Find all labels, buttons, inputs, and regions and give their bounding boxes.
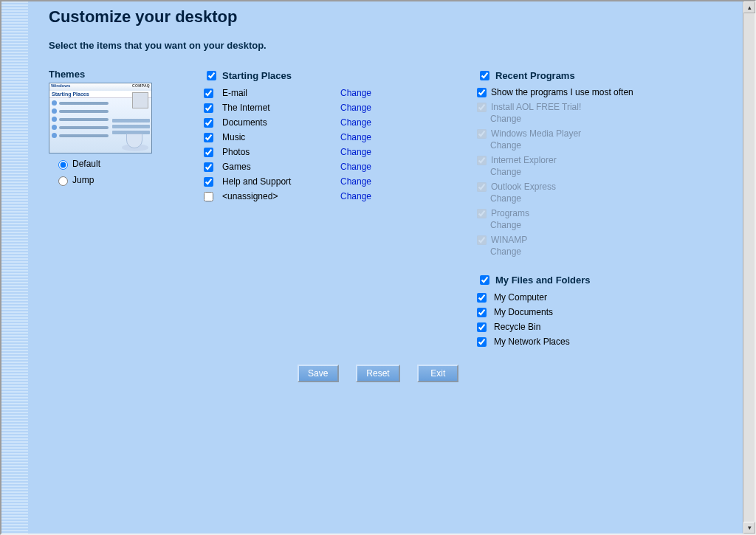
files-item-checkbox[interactable] (477, 293, 487, 303)
recent-program-label: Outlook Express (491, 182, 556, 192)
files-item-label: My Documents (494, 307, 553, 317)
show-most-used-label: Show the programs I use most often (491, 87, 633, 97)
change-link[interactable]: Change (340, 88, 371, 98)
files-item: Recycle Bin (477, 320, 740, 334)
save-button[interactable]: Save (298, 365, 339, 382)
exit-button[interactable]: Exit (417, 365, 458, 382)
starting-place-checkbox[interactable] (204, 103, 213, 113)
recent-program-label: Programs (491, 208, 529, 218)
decorative-stripe (1, 1, 28, 534)
starting-place-item: E-mailChange (204, 86, 447, 100)
starting-place-item: DocumentsChange (204, 115, 447, 130)
starting-place-checkbox[interactable] (204, 192, 213, 201)
files-item-label: My Network Places (494, 336, 570, 347)
starting-place-checkbox[interactable] (204, 133, 213, 142)
reset-button[interactable]: Reset (356, 365, 399, 382)
vertical-scrollbar[interactable]: ▴ ▾ (743, 1, 755, 534)
recent-program-label: Windows Media Player (491, 128, 581, 139)
starting-places-heading: Starting Places (222, 70, 292, 81)
starting-place-checkbox[interactable] (204, 162, 213, 172)
files-item-label: My Computer (494, 292, 547, 303)
starting-place-checkbox[interactable] (204, 177, 213, 187)
themes-heading: Themes (49, 69, 174, 80)
change-link: Change (490, 220, 740, 232)
files-folders-master-checkbox[interactable] (480, 275, 489, 285)
recent-program-item: Internet ExplorerChange (477, 153, 740, 179)
files-item: My Computer (477, 290, 740, 305)
theme-option: Jump (55, 174, 174, 186)
starting-place-item: Help and SupportChange (204, 174, 447, 189)
scroll-up-button[interactable]: ▴ (743, 1, 755, 13)
starting-place-label: Documents (222, 117, 340, 128)
starting-place-label: <unassigned> (222, 191, 340, 201)
recent-program-label: Install AOL FREE Trial! (491, 102, 581, 112)
thumb-brand-left: Windows (51, 83, 70, 88)
thumb-brand-right: COMPAQ (132, 83, 150, 88)
recent-program-item: Windows Media PlayerChange (477, 127, 740, 152)
show-most-used-checkbox[interactable] (477, 88, 487, 97)
recent-programs-master-checkbox[interactable] (480, 71, 489, 80)
starting-place-label: Photos (222, 147, 340, 157)
change-link[interactable]: Change (340, 117, 371, 128)
starting-places-section: Starting Places E-mailChangeThe Internet… (204, 69, 447, 204)
recent-programs-section: Recent Programs Show the programs I use … (477, 69, 740, 258)
starting-place-checkbox[interactable] (204, 89, 213, 98)
starting-place-item: MusicChange (204, 130, 447, 145)
page-subtitle: Select the items that you want on your d… (49, 40, 740, 51)
change-link: Change (490, 246, 740, 258)
scroll-down-button[interactable]: ▾ (743, 522, 755, 534)
change-link: Change (490, 114, 740, 125)
button-row: Save Reset Exit (1, 365, 755, 382)
starting-place-label: Music (222, 132, 340, 142)
files-item-checkbox[interactable] (477, 322, 487, 332)
change-link[interactable]: Change (340, 103, 371, 113)
recent-program-checkbox (477, 209, 487, 218)
change-link[interactable]: Change (340, 176, 371, 187)
files-item: My Documents (477, 305, 740, 320)
starting-place-item: <unassigned>Change (204, 189, 447, 204)
change-link[interactable]: Change (340, 191, 371, 201)
starting-place-checkbox[interactable] (204, 118, 213, 128)
recent-program-checkbox (477, 129, 487, 139)
starting-place-label: The Internet (222, 103, 340, 113)
change-link[interactable]: Change (340, 132, 371, 142)
page-title: Customize your desktop (49, 7, 740, 27)
recent-program-item: Outlook ExpressChange (477, 180, 740, 205)
starting-places-master-checkbox[interactable] (207, 71, 216, 80)
recent-program-checkbox (477, 156, 487, 165)
recent-program-item: Install AOL FREE Trial!Change (477, 100, 740, 125)
theme-radio[interactable] (58, 176, 68, 186)
files-folders-heading: My Files and Folders (495, 275, 591, 286)
recent-program-checkbox (477, 182, 487, 192)
change-link[interactable]: Change (340, 147, 371, 157)
recent-program-label: WINAMP (491, 235, 527, 245)
starting-place-label: E-mail (222, 88, 340, 98)
starting-place-item: PhotosChange (204, 145, 447, 159)
theme-radio[interactable] (58, 160, 68, 170)
theme-option: Default (55, 158, 174, 170)
change-link: Change (490, 167, 740, 179)
change-link: Change (490, 140, 740, 152)
theme-option-label: Default (72, 159, 100, 169)
recent-program-checkbox (477, 103, 487, 112)
files-item-checkbox[interactable] (477, 337, 487, 347)
recent-programs-heading: Recent Programs (495, 70, 575, 81)
files-item: My Network Places (477, 334, 740, 349)
recent-program-checkbox (477, 235, 487, 245)
starting-place-item: GamesChange (204, 159, 447, 174)
change-link[interactable]: Change (340, 162, 371, 172)
starting-place-label: Games (222, 162, 340, 172)
recent-program-label: Internet Explorer (491, 155, 557, 165)
theme-option-label: Jump (72, 175, 94, 185)
theme-thumbnail[interactable]: Windows COMPAQ Starting Places (49, 83, 152, 153)
files-folders-section: My Files and Folders My ComputerMy Docum… (477, 273, 740, 349)
starting-place-checkbox[interactable] (204, 148, 213, 157)
starting-place-item: The InternetChange (204, 100, 447, 115)
recent-program-item: WINAMPChange (477, 233, 740, 258)
recent-program-item: ProgramsChange (477, 207, 740, 232)
change-link: Change (490, 193, 740, 205)
files-item-checkbox[interactable] (477, 308, 487, 317)
files-item-label: Recycle Bin (494, 322, 540, 332)
themes-section: Themes Windows COMPAQ Starting Places (49, 69, 174, 186)
starting-place-label: Help and Support (222, 176, 340, 187)
